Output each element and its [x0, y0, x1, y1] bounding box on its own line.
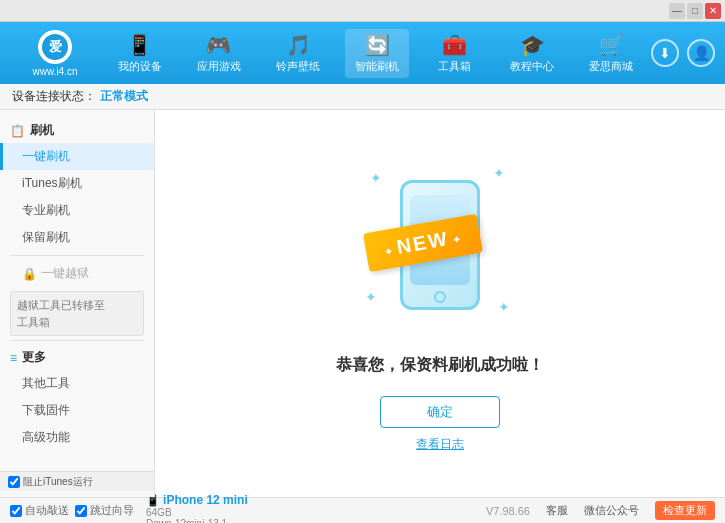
sidebar-item-advanced[interactable]: 高级功能	[0, 424, 154, 451]
minimize-btn[interactable]: —	[669, 3, 685, 19]
device-storage: 64GB	[146, 507, 248, 518]
itunes-label: 阻止iTunes运行	[23, 475, 93, 489]
status-label: 设备连接状态：	[12, 88, 96, 105]
toolbox-icon: 🧰	[442, 33, 467, 57]
nav-items: 📱 我的设备 🎮 应用游戏 🎵 铃声壁纸 🔄 智能刷机 🧰 工具箱 🎓 教程中心…	[100, 29, 651, 78]
apps-games-label: 应用游戏	[197, 59, 241, 74]
sidebar-item-data-flash[interactable]: 保留刷机	[0, 224, 154, 251]
itunes-checkbox[interactable]	[8, 476, 20, 488]
logo-circle: 爱	[38, 30, 72, 64]
wizard-skip-checkbox-container[interactable]: 跳过向导	[75, 503, 134, 518]
sidebar-section-flash: 📋 刷机	[0, 118, 154, 143]
sidebar-item-itunes-flash[interactable]: iTunes刷机	[0, 170, 154, 197]
auto-start-label: 自动敲送	[25, 503, 69, 518]
maximize-btn[interactable]: □	[687, 3, 703, 19]
divider-2	[10, 340, 144, 341]
title-bar: — □ ✕	[0, 0, 725, 22]
shop-label: 爱思商城	[589, 59, 633, 74]
success-illustration: ✦ ✦ ✦ ✦ NEW	[350, 155, 530, 335]
itunes-status-bar[interactable]: 阻止iTunes运行	[0, 471, 154, 491]
top-nav: 爱 www.i4.cn 📱 我的设备 🎮 应用游戏 🎵 铃声壁纸 🔄 智能刷机 …	[0, 22, 725, 84]
status-value: 正常模式	[100, 88, 148, 105]
sidebar-section-more: ≡ 更多	[0, 345, 154, 370]
sparkle-3: ✦	[365, 289, 377, 305]
phone-home-btn	[434, 291, 446, 303]
nav-apps-games[interactable]: 🎮 应用游戏	[187, 29, 251, 78]
nav-toolbox[interactable]: 🧰 工具箱	[425, 29, 485, 78]
smart-shop-icon: 🔄	[365, 33, 390, 57]
nav-my-device[interactable]: 📱 我的设备	[108, 29, 172, 78]
nav-ringtones[interactable]: 🎵 铃声壁纸	[266, 29, 330, 78]
flash-section-icon: 📋	[10, 124, 25, 138]
sparkle-2: ✦	[493, 165, 505, 181]
tutorials-icon: 🎓	[520, 33, 545, 57]
jailbreak-label: 一键越狱	[41, 265, 89, 282]
ringtones-icon: 🎵	[286, 33, 311, 57]
main-layout: 📋 刷机 一键刷机 iTunes刷机 专业刷机 保留刷机 🔒 一键越狱 越狱工具…	[0, 110, 725, 497]
wizard-skip-checkbox[interactable]	[75, 505, 87, 517]
close-btn[interactable]: ✕	[705, 3, 721, 19]
logo-text: www.i4.cn	[32, 66, 77, 77]
wechat-link[interactable]: 微信公众号	[584, 503, 639, 518]
wizard-skip-label: 跳过向导	[90, 503, 134, 518]
success-message: 恭喜您，保资料刷机成功啦！	[336, 355, 544, 376]
smart-shop-label: 智能刷机	[355, 59, 399, 74]
apps-games-icon: 🎮	[206, 33, 231, 57]
lock-icon: 🔒	[22, 267, 37, 281]
sparkle-4: ✦	[498, 299, 510, 315]
more-section-icon: ≡	[10, 351, 17, 365]
logo-icon: 爱	[42, 34, 68, 60]
sidebar: 📋 刷机 一键刷机 iTunes刷机 专业刷机 保留刷机 🔒 一键越狱 越狱工具…	[0, 110, 155, 497]
my-device-label: 我的设备	[118, 59, 162, 74]
device-model: Down-12mini-13,1	[146, 518, 248, 524]
auto-start-checkbox[interactable]	[10, 505, 22, 517]
jailbreak-info: 越狱工具已转移至工具箱	[10, 291, 144, 336]
my-device-icon: 📱	[127, 33, 152, 57]
sidebar-item-download-fw[interactable]: 下载固件	[0, 397, 154, 424]
bottom-bar: 自动敲送 跳过向导 📱 iPhone 12 mini 64GB Down-12m…	[0, 497, 725, 523]
confirm-button[interactable]: 确定	[380, 396, 500, 428]
sidebar-item-other-tools[interactable]: 其他工具	[0, 370, 154, 397]
sidebar-item-one-click-flash[interactable]: 一键刷机	[0, 143, 154, 170]
device-phone-icon: 📱 iPhone 12 mini	[146, 493, 248, 507]
toolbox-label: 工具箱	[438, 59, 471, 74]
device-name: iPhone 12 mini	[163, 493, 248, 507]
update-button[interactable]: 检查更新	[655, 501, 715, 520]
status-bar: 设备连接状态： 正常模式	[0, 84, 725, 110]
sparkle-1: ✦	[370, 170, 382, 186]
sidebar-item-pro-flash[interactable]: 专业刷机	[0, 197, 154, 224]
nav-tutorials[interactable]: 🎓 教程中心	[500, 29, 564, 78]
more-section-label: 更多	[22, 349, 46, 366]
tutorials-label: 教程中心	[510, 59, 554, 74]
ringtones-label: 铃声壁纸	[276, 59, 320, 74]
nav-shop[interactable]: 🛒 爱思商城	[579, 29, 643, 78]
user-btn[interactable]: 👤	[687, 39, 715, 67]
download-btn[interactable]: ⬇	[651, 39, 679, 67]
device-info: 📱 iPhone 12 mini 64GB Down-12mini-13,1	[146, 493, 248, 524]
nav-right: ⬇ 👤	[651, 39, 715, 67]
shop-icon: 🛒	[599, 33, 624, 57]
support-link[interactable]: 客服	[546, 503, 568, 518]
divider-1	[10, 255, 144, 256]
sidebar-section-jailbreak: 🔒 一键越狱	[0, 260, 154, 287]
bottom-right: V7.98.66 客服 微信公众号 检查更新	[486, 501, 715, 520]
bottom-left: 自动敲送 跳过向导 📱 iPhone 12 mini 64GB Down-12m…	[10, 493, 248, 524]
view-log-link[interactable]: 查看日志	[416, 436, 464, 453]
logo: 爱 www.i4.cn	[10, 30, 100, 77]
version-text: V7.98.66	[486, 505, 530, 517]
auto-start-checkbox-container[interactable]: 自动敲送	[10, 503, 69, 518]
flash-section-label: 刷机	[30, 122, 54, 139]
content-area: ✦ ✦ ✦ ✦ NEW 恭喜您，保资料刷机成功啦！ 确定 查看日志	[155, 110, 725, 497]
nav-smart-shop[interactable]: 🔄 智能刷机	[345, 29, 409, 78]
